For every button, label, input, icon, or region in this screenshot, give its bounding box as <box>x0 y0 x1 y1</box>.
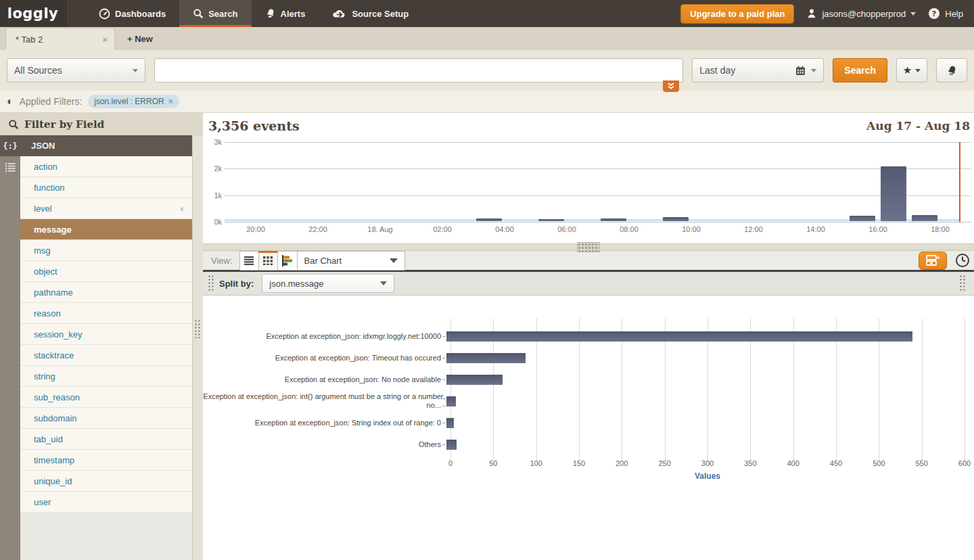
timeline-bar-07:00[interactable] <box>601 218 627 221</box>
events-timeline-chart: 0k1k2k3k20:0022:0018. Aug02:0004:0006:00… <box>203 139 974 239</box>
y-tick-label: 3k <box>204 138 222 146</box>
list-view-button[interactable] <box>239 251 259 271</box>
sidebar-field-user[interactable]: user <box>20 492 192 513</box>
source-selector-value: All Sources <box>14 65 62 76</box>
x-tick-label: 14:00 <box>806 225 825 233</box>
remove-filter-icon[interactable]: × <box>168 97 173 106</box>
saved-searches-button[interactable]: ★ <box>896 58 927 83</box>
chevron-down-icon <box>133 69 138 72</box>
drag-dots-icon[interactable] <box>208 275 215 292</box>
nav-item-label: Alerts <box>281 9 306 19</box>
sidebar-field-sub_reason[interactable]: sub_reason <box>20 387 192 408</box>
value-bar[interactable] <box>446 440 457 450</box>
sidebar-field-timestamp[interactable]: timestamp <box>20 450 192 471</box>
sidebar-field-stacktrace[interactable]: stacktrace <box>20 345 192 366</box>
timeline-bar-16:00[interactable] <box>881 166 907 221</box>
category-label: Exception at exception_json: int() argum… <box>203 392 446 410</box>
json-fields-tab[interactable]: {:} <box>0 135 20 156</box>
bell-icon <box>946 65 958 76</box>
sidebar-field-object[interactable]: object <box>20 261 192 282</box>
y-tick-label: 2k <box>204 164 222 172</box>
sidebar-field-tab_uid[interactable]: tab_uid <box>20 429 192 450</box>
gridline <box>225 168 971 169</box>
account-label: jasons@chopperprod <box>822 9 906 19</box>
value-bar[interactable] <box>446 418 454 428</box>
sidebar-field-function[interactable]: function <box>20 177 192 198</box>
field-label: sub_reason <box>34 392 80 402</box>
bar-track <box>446 396 965 406</box>
value-bar[interactable] <box>446 353 526 363</box>
sidebar-field-subdomain[interactable]: subdomain <box>20 408 192 429</box>
search-query-input[interactable] <box>154 58 683 83</box>
split-by-selector[interactable]: json.message <box>262 274 394 293</box>
content: Filter by Field {:} JSON actionfunctionl… <box>0 113 974 560</box>
field-label: subdomain <box>34 413 77 423</box>
logo-box[interactable]: loggly <box>0 0 66 27</box>
sidebar-resize-handle[interactable] <box>192 135 203 560</box>
add-to-dashboard-button[interactable] <box>919 252 947 270</box>
time-range-selector[interactable]: Last day <box>692 58 824 83</box>
grid-view-button[interactable] <box>258 251 278 271</box>
sidebar-field-message[interactable]: message <box>20 219 192 240</box>
source-selector[interactable]: All Sources <box>7 58 145 83</box>
new-tab-button[interactable]: + New <box>115 28 165 50</box>
field-list-tab[interactable] <box>0 156 20 177</box>
help-menu[interactable]: ? Help <box>928 7 963 20</box>
filter-chip-label: json.level : ERROR <box>94 97 164 106</box>
x-tick-label: 150 <box>573 459 585 467</box>
top-navbar: loggly DashboardsSearchAlertsSource Setu… <box>0 0 974 27</box>
sidebar-field-reason[interactable]: reason <box>20 303 192 324</box>
create-alert-button[interactable] <box>936 58 967 83</box>
chevron-down-icon <box>915 69 921 72</box>
json-group-header[interactable]: JSON <box>20 135 192 156</box>
timeline-bar-17:00[interactable] <box>912 215 938 221</box>
sidebar-field-string[interactable]: string <box>20 366 192 387</box>
upgrade-button[interactable]: Upgrade to a paid plan <box>680 4 794 24</box>
chart-type-selector[interactable]: Bar Chart <box>297 251 405 271</box>
timeline-bar-03:00[interactable] <box>476 218 503 221</box>
account-menu[interactable]: jasons@chopperprod <box>806 8 916 19</box>
sidebar-field-level[interactable]: level◐ <box>20 198 192 219</box>
nav-item-dashboards[interactable]: Dashboards <box>85 0 179 27</box>
drag-dots-icon <box>577 242 600 252</box>
gridline <box>225 195 971 196</box>
sidebar-field-session_key[interactable]: session_key <box>20 324 192 345</box>
nav-item-search[interactable]: Search <box>179 0 251 27</box>
cloud-icon <box>332 8 347 19</box>
search-button[interactable]: Search <box>833 58 887 83</box>
timeline-bar-05:00[interactable] <box>538 219 565 221</box>
sidebar-field-unique_id[interactable]: unique_id <box>20 471 192 492</box>
value-bar[interactable] <box>446 375 503 385</box>
chart-view-button[interactable] <box>277 251 297 271</box>
filter-chip[interactable]: json.level : ERROR× <box>88 95 179 108</box>
field-label: level <box>34 204 52 214</box>
nav-item-source-setup[interactable]: Source Setup <box>319 0 422 27</box>
field-label: reason <box>34 308 61 319</box>
view-toolbar: View: Bar Chart <box>203 251 974 272</box>
value-bar[interactable] <box>446 396 456 406</box>
gauge-icon <box>99 8 110 20</box>
drag-dots-icon[interactable] <box>959 275 967 292</box>
x-tick-label: 0 <box>448 459 453 467</box>
field-label: object <box>34 266 57 277</box>
clock-icon[interactable] <box>954 252 971 269</box>
timeline-plot: 0k1k2k3k20:0022:0018. Aug02:0004:0006:00… <box>225 142 971 222</box>
sidebar-field-msg[interactable]: msg <box>20 240 192 261</box>
sidebar-field-pathname[interactable]: pathname <box>20 282 192 303</box>
tab-active[interactable]: * Tab 2 × <box>5 28 115 50</box>
panel-resize-handle[interactable] <box>203 243 974 251</box>
bar-track <box>446 440 965 450</box>
y-tick-label: 0k <box>204 218 222 226</box>
close-icon[interactable]: × <box>102 34 108 45</box>
star-icon: ★ <box>903 64 912 76</box>
expand-search-button[interactable] <box>663 80 679 92</box>
nav-item-alerts[interactable]: Alerts <box>252 0 319 27</box>
timeline-bar-09:00[interactable] <box>663 217 689 221</box>
nav-items: DashboardsSearchAlertsSource Setup <box>85 0 422 27</box>
chevron-down-icon <box>811 69 816 72</box>
filter-toggle-icon[interactable]: ◐ <box>180 204 185 213</box>
x-tick-label: 02:00 <box>433 225 452 233</box>
value-bar[interactable] <box>446 331 912 342</box>
sidebar-field-action[interactable]: action <box>20 156 192 177</box>
timeline-bar-15:00[interactable] <box>850 216 876 221</box>
